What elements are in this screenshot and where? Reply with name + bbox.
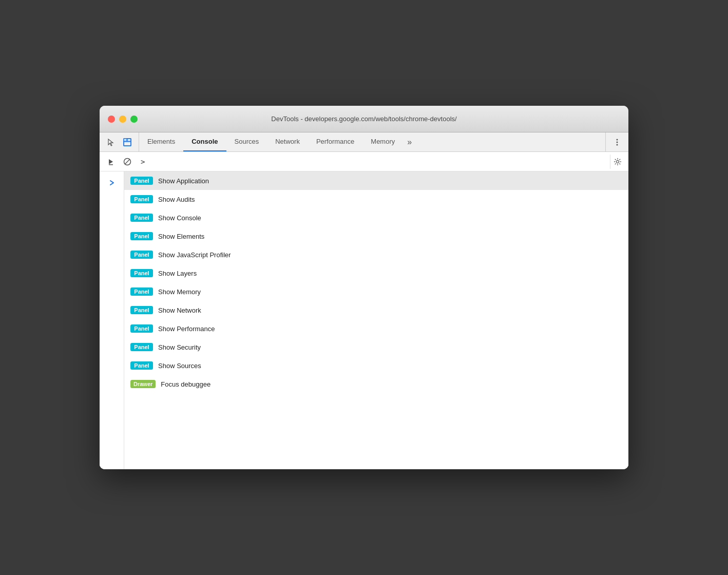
- svg-line-10: [125, 159, 130, 164]
- svg-point-11: [616, 160, 619, 163]
- svg-rect-3: [124, 142, 131, 146]
- sidebar: [100, 171, 124, 469]
- autocomplete-item[interactable]: PanelShow Sources: [124, 356, 628, 375]
- maximize-button[interactable]: [130, 116, 138, 123]
- badge-panel: Panel: [130, 343, 153, 351]
- minimize-button[interactable]: [119, 116, 126, 123]
- autocomplete-label: Show Application: [158, 177, 209, 185]
- console-settings-button[interactable]: [610, 155, 624, 169]
- autocomplete-item[interactable]: PanelShow Memory: [124, 282, 628, 301]
- tab-sources[interactable]: Sources: [226, 132, 267, 151]
- badge-panel: Panel: [130, 195, 153, 203]
- customize-button[interactable]: [610, 135, 624, 149]
- badge-panel: Panel: [130, 232, 153, 240]
- sidebar-arrow-button[interactable]: [105, 176, 119, 190]
- badge-drawer: Drawer: [130, 380, 156, 388]
- badge-panel: Panel: [130, 324, 153, 333]
- autocomplete-item[interactable]: PanelShow Elements: [124, 227, 628, 245]
- toolbar-right-icons: [605, 132, 628, 151]
- autocomplete-item[interactable]: PanelShow Security: [124, 338, 628, 356]
- drawer-toggle-icon: [107, 158, 114, 165]
- cursor-icon-button[interactable]: [104, 135, 118, 149]
- window-title: DevTools - developers.google.com/web/too…: [271, 115, 456, 123]
- chevron-right-icon: [109, 180, 115, 186]
- tab-memory[interactable]: Memory: [362, 132, 403, 151]
- more-tabs-button[interactable]: »: [403, 132, 416, 151]
- autocomplete-label: Show JavaScript Profiler: [158, 251, 231, 259]
- autocomplete-item[interactable]: PanelShow Application: [124, 171, 628, 190]
- badge-panel: Panel: [130, 306, 153, 314]
- svg-rect-1: [124, 139, 127, 141]
- title-bar: DevTools - developers.google.com/web/too…: [100, 106, 628, 132]
- inspect-element-icon: [123, 138, 132, 147]
- badge-panel: Panel: [130, 269, 153, 277]
- svg-point-5: [617, 141, 618, 143]
- inspect-icon-button[interactable]: [120, 135, 135, 149]
- close-button[interactable]: [108, 116, 115, 123]
- autocomplete-label: Show Audits: [158, 196, 195, 203]
- autocomplete-list: PanelShow ApplicationPanelShow AuditsPan…: [124, 171, 628, 469]
- console-prompt: >: [141, 158, 145, 166]
- autocomplete-item[interactable]: PanelShow JavaScript Profiler: [124, 245, 628, 264]
- autocomplete-label: Show Elements: [158, 233, 204, 240]
- three-dots-icon: [613, 138, 621, 146]
- autocomplete-label: Show Security: [158, 343, 201, 351]
- no-entry-button[interactable]: [120, 155, 135, 169]
- autocomplete-item[interactable]: PanelShow Performance: [124, 319, 628, 338]
- tab-network[interactable]: Network: [267, 132, 308, 151]
- no-entry-icon: [123, 158, 131, 166]
- autocomplete-item[interactable]: PanelShow Console: [124, 208, 628, 227]
- window-controls: [108, 116, 138, 123]
- autocomplete-label: Show Memory: [158, 288, 201, 296]
- console-row: >: [100, 152, 628, 171]
- svg-point-4: [617, 139, 618, 140]
- drawer-toggle-button[interactable]: [104, 155, 118, 169]
- tab-console[interactable]: Console: [183, 132, 226, 151]
- devtools-toolbar: Elements Console Sources Network Perform…: [100, 132, 628, 152]
- gear-icon: [614, 158, 622, 166]
- console-input-area[interactable]: >: [137, 158, 606, 166]
- devtools-window: DevTools - developers.google.com/web/too…: [100, 106, 628, 469]
- badge-panel: Panel: [130, 177, 153, 185]
- autocomplete-label: Show Sources: [158, 362, 201, 370]
- autocomplete-item[interactable]: PanelShow Layers: [124, 264, 628, 282]
- badge-panel: Panel: [130, 251, 153, 259]
- svg-marker-7: [109, 159, 113, 164]
- tab-performance[interactable]: Performance: [308, 132, 362, 151]
- svg-point-6: [617, 144, 618, 145]
- autocomplete-label: Show Console: [158, 214, 201, 222]
- autocomplete-item[interactable]: DrawerFocus debuggee: [124, 375, 628, 393]
- toolbar-icon-group: [100, 132, 139, 151]
- badge-panel: Panel: [130, 214, 153, 222]
- autocomplete-label: Show Performance: [158, 325, 215, 333]
- svg-rect-8: [109, 164, 113, 165]
- tab-elements[interactable]: Elements: [139, 132, 183, 151]
- autocomplete-item[interactable]: PanelShow Network: [124, 301, 628, 319]
- autocomplete-label: Show Network: [158, 306, 201, 314]
- tabs-row: Elements Console Sources Network Perform…: [139, 132, 605, 151]
- badge-panel: Panel: [130, 361, 153, 370]
- cursor-icon: [107, 138, 115, 146]
- autocomplete-label: Show Layers: [158, 270, 197, 277]
- main-content: PanelShow ApplicationPanelShow AuditsPan…: [100, 171, 628, 469]
- autocomplete-label: Focus debuggee: [161, 380, 210, 388]
- autocomplete-item[interactable]: PanelShow Audits: [124, 190, 628, 208]
- badge-panel: Panel: [130, 288, 153, 296]
